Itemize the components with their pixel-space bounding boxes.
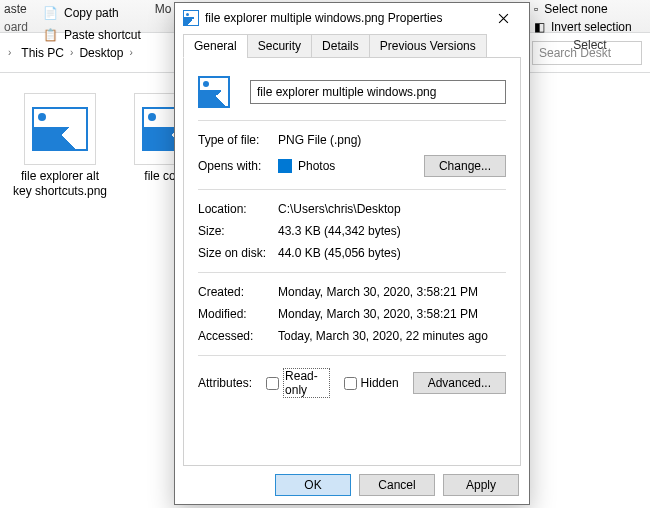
file-name: file explorer alt key shortcuts.png [12, 169, 108, 199]
close-icon [498, 13, 509, 24]
filename-input[interactable] [250, 80, 506, 104]
tab-general[interactable]: General [183, 34, 248, 58]
size-label: Size: [198, 224, 278, 238]
breadcrumb-this-pc[interactable]: This PC [21, 46, 64, 60]
file-item[interactable]: file explorer alt key shortcuts.png [12, 93, 108, 199]
tab-security[interactable]: Security [247, 34, 312, 58]
hidden-checkbox-input[interactable] [344, 377, 357, 390]
readonly-checkbox-input[interactable] [266, 377, 279, 390]
created-label: Created: [198, 285, 278, 299]
image-file-icon [183, 10, 199, 26]
cancel-button[interactable]: Cancel [359, 474, 435, 496]
file-thumbnail [24, 93, 96, 165]
photos-app-icon [278, 159, 292, 173]
image-icon [32, 107, 88, 151]
attributes-label: Attributes: [198, 376, 266, 390]
copy-path-icon: 📄 [42, 5, 58, 21]
invert-selection-button[interactable]: ◧ Invert selection [534, 18, 646, 36]
chevron-right-icon: › [129, 47, 132, 58]
invert-selection-label: Invert selection [551, 20, 632, 34]
paste-partial: aste [4, 2, 28, 16]
titlebar[interactable]: file explorer multiple windows.png Prope… [175, 3, 529, 33]
type-label: Type of file: [198, 133, 278, 147]
separator [198, 272, 506, 273]
location-label: Location: [198, 202, 278, 216]
file-type-icon [198, 76, 230, 108]
tab-details[interactable]: Details [311, 34, 370, 58]
size-on-disk-value: 44.0 KB (45,056 bytes) [278, 246, 401, 260]
paste-shortcut-icon: 📋 [42, 27, 58, 43]
advanced-button[interactable]: Advanced... [413, 372, 506, 394]
select-none-icon: ▫ [534, 2, 538, 16]
dialog-button-row: OK Cancel Apply [175, 466, 529, 504]
select-none-label: Select none [544, 2, 607, 16]
size-on-disk-label: Size on disk: [198, 246, 278, 260]
close-button[interactable] [483, 4, 523, 32]
created-value: Monday, March 30, 2020, 3:58:21 PM [278, 285, 478, 299]
hidden-checkbox[interactable]: Hidden [344, 376, 399, 390]
tab-previous-versions[interactable]: Previous Versions [369, 34, 487, 58]
modified-label: Modified: [198, 307, 278, 321]
chevron-right-icon: › [70, 47, 73, 58]
readonly-label: Read-only [283, 368, 330, 398]
breadcrumb-desktop[interactable]: Desktop [79, 46, 123, 60]
location-value: C:\Users\chris\Desktop [278, 202, 401, 216]
move-to-partial: Mo [155, 2, 172, 16]
clipboard-partial: oard [4, 20, 28, 34]
select-group-caption: Select [534, 36, 646, 52]
type-value: PNG File (.png) [278, 133, 361, 147]
dialog-title: file explorer multiple windows.png Prope… [205, 11, 442, 25]
paste-shortcut-button[interactable]: 📋 Paste shortcut [34, 24, 149, 46]
copy-path-label: Copy path [64, 6, 119, 20]
opens-with-label: Opens with: [198, 159, 278, 173]
hidden-label: Hidden [361, 376, 399, 390]
separator [198, 355, 506, 356]
chevron-right-icon[interactable]: › [8, 47, 11, 58]
accessed-label: Accessed: [198, 329, 278, 343]
select-none-button[interactable]: ▫ Select none [534, 0, 646, 18]
separator [198, 120, 506, 121]
tab-strip: General Security Details Previous Versio… [175, 33, 529, 57]
ok-button[interactable]: OK [275, 474, 351, 496]
opens-with-value: Photos [298, 159, 335, 173]
accessed-value: Today, March 30, 2020, 22 minutes ago [278, 329, 488, 343]
modified-value: Monday, March 30, 2020, 3:58:21 PM [278, 307, 478, 321]
apply-button[interactable]: Apply [443, 474, 519, 496]
size-value: 43.3 KB (44,342 bytes) [278, 224, 401, 238]
invert-selection-icon: ◧ [534, 20, 545, 34]
properties-dialog: file explorer multiple windows.png Prope… [174, 2, 530, 505]
copy-path-button[interactable]: 📄 Copy path [34, 2, 149, 24]
change-button[interactable]: Change... [424, 155, 506, 177]
separator [198, 189, 506, 190]
tab-body: Type of file: PNG File (.png) Opens with… [183, 57, 521, 466]
paste-shortcut-label: Paste shortcut [64, 28, 141, 42]
readonly-checkbox[interactable]: Read-only [266, 368, 330, 398]
